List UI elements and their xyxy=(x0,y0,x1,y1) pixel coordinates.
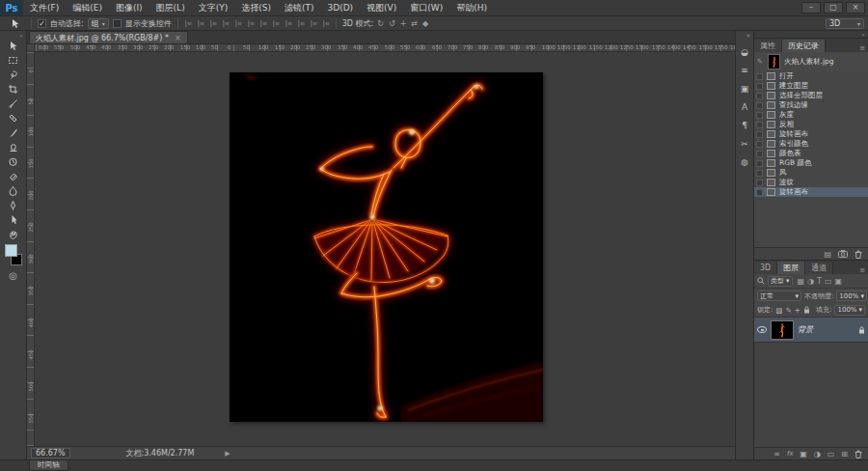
quick-mask-button[interactable]: ◎ xyxy=(3,268,24,283)
paragraph-panel-icon[interactable]: ¶ xyxy=(737,118,752,133)
healing-brush-tool[interactable] xyxy=(3,111,24,125)
tab-3d[interactable]: 3D xyxy=(754,262,777,274)
history-snapshot-row[interactable]: ✎ 火焰人素材.jpg xyxy=(754,52,868,71)
minimize-icon[interactable]: – xyxy=(801,2,821,14)
3d-roll-icon[interactable]: ↺ xyxy=(389,19,395,28)
history-brush-well[interactable] xyxy=(756,170,763,177)
clone-stamp-tool[interactable] xyxy=(3,140,24,154)
document-tab[interactable]: 火焰人素材.jpg @ 66.7%(RGB/8#) * × xyxy=(29,31,188,43)
menu-item[interactable]: 编辑(E) xyxy=(66,2,109,14)
history-brush-well[interactable] xyxy=(756,151,763,157)
lock-image-pixels-icon[interactable]: ✎ xyxy=(785,306,791,315)
workspace-switcher[interactable]: 3D ▾ xyxy=(826,18,864,29)
history-step[interactable]: 选择全部图层 xyxy=(754,91,868,100)
fill-input[interactable]: 100% ▾ xyxy=(834,305,865,316)
3d-rotate-icon[interactable]: ↻ xyxy=(377,19,384,28)
panel-menu-icon[interactable]: ≡ xyxy=(859,44,868,52)
measure-panel-icon[interactable]: ✂ xyxy=(737,136,752,152)
history-brush-well[interactable] xyxy=(756,102,763,109)
history-step[interactable]: 反相 xyxy=(754,120,868,129)
kuler-panel-icon[interactable]: ◍ xyxy=(737,154,752,170)
history-step[interactable]: 索引颜色 xyxy=(754,139,868,149)
filter-pixel-layers-icon[interactable]: ▦ xyxy=(798,277,805,286)
brush-tool[interactable] xyxy=(3,125,24,140)
new-group-icon[interactable]: ▭ xyxy=(827,450,835,458)
lock-all-icon[interactable] xyxy=(803,306,810,314)
blend-mode-dropdown[interactable]: 正常 ▾ xyxy=(757,291,801,301)
history-brush-well[interactable] xyxy=(756,73,763,80)
history-brush-tool[interactable] xyxy=(3,154,24,169)
foreground-color-swatch[interactable] xyxy=(5,244,17,257)
menu-item[interactable]: 窗口(W) xyxy=(403,2,449,14)
history-step[interactable]: 风 xyxy=(754,168,868,178)
menu-item[interactable]: 帮助(H) xyxy=(449,2,494,14)
menu-item[interactable]: 文字(Y) xyxy=(192,2,235,14)
delete-history-icon[interactable] xyxy=(854,250,862,259)
opacity-input[interactable]: 100% ▾ xyxy=(836,291,867,301)
move-tool[interactable] xyxy=(3,39,24,53)
tab-channels[interactable]: 通道 xyxy=(805,262,833,274)
history-step[interactable]: 建立图层 xyxy=(754,81,868,91)
history-step[interactable]: 打开 xyxy=(754,71,868,81)
hand-tool[interactable] xyxy=(3,227,24,241)
history-brush-well[interactable] xyxy=(756,160,763,167)
filter-type-dropdown[interactable]: 类型 ▾ xyxy=(768,276,793,287)
auto-select-checkbox[interactable]: ✓ xyxy=(38,19,46,28)
history-brush-well[interactable] xyxy=(756,141,763,148)
pen-tool[interactable] xyxy=(3,198,24,212)
lock-transparent-pixels-icon[interactable]: ▨ xyxy=(775,306,782,315)
delete-layer-icon[interactable] xyxy=(854,450,862,458)
eraser-tool[interactable] xyxy=(3,169,24,183)
expand-panels-icon[interactable]: « xyxy=(736,31,753,42)
layer-mask-icon[interactable]: ▣ xyxy=(800,450,807,458)
menu-item[interactable]: 视图(V) xyxy=(360,2,403,14)
history-step[interactable]: 颜色表 xyxy=(754,149,868,158)
character-panel-icon[interactable]: A xyxy=(737,99,752,115)
close-tab-icon[interactable]: × xyxy=(175,34,181,42)
collapse-tools-icon[interactable]: » xyxy=(0,32,26,39)
3d-slide-icon[interactable]: ⇄ xyxy=(411,19,418,28)
status-options-arrow-icon[interactable]: ▶ xyxy=(225,450,230,457)
filter-type-layers-icon[interactable]: T xyxy=(817,277,822,286)
close-icon[interactable]: × xyxy=(846,2,865,14)
menu-item[interactable]: 文件(F) xyxy=(23,2,66,14)
marquee-tool[interactable] xyxy=(3,53,24,68)
canvas-viewport[interactable] xyxy=(35,52,735,446)
panel-menu-icon[interactable]: ≡ xyxy=(859,266,868,274)
menu-item[interactable]: 3D(D) xyxy=(320,3,360,13)
history-brush-well[interactable] xyxy=(756,131,763,138)
tab-layers[interactable]: 图层 xyxy=(777,262,805,274)
history-step[interactable]: 查找边缘 xyxy=(754,100,868,110)
clone-source-panel-icon[interactable]: ▣ xyxy=(737,81,752,97)
link-layers-icon[interactable]: ∞ xyxy=(773,450,780,458)
history-brush-well[interactable] xyxy=(756,112,763,119)
history-brush-well[interactable] xyxy=(756,122,763,128)
history-step[interactable]: 旋转画布 xyxy=(754,187,868,197)
auto-select-dropdown[interactable]: 组 ▾ xyxy=(88,18,109,29)
history-step[interactable]: 灰度 xyxy=(754,110,868,120)
menu-item[interactable]: 选择(S) xyxy=(234,2,278,14)
filter-shape-layers-icon[interactable]: ▭ xyxy=(825,277,832,286)
lock-position-icon[interactable]: + xyxy=(795,306,800,315)
zoom-level-input[interactable]: 66.67% xyxy=(31,448,70,458)
new-snapshot-icon[interactable] xyxy=(838,250,848,258)
history-brush-source-icon[interactable]: ✎ xyxy=(756,58,764,66)
tab-history[interactable]: 历史记录 xyxy=(782,40,826,52)
history-brush-well[interactable] xyxy=(756,83,763,90)
layer-thumbnail[interactable] xyxy=(771,320,794,340)
tab-properties[interactable]: 属性 xyxy=(754,40,782,52)
crop-tool[interactable] xyxy=(3,82,24,97)
collapse-panels-icon[interactable]: » xyxy=(861,31,865,38)
layer-effects-icon[interactable]: fx xyxy=(787,450,794,457)
path-selection-tool[interactable] xyxy=(3,212,24,227)
show-transform-checkbox[interactable] xyxy=(113,19,122,28)
3d-drag-icon[interactable]: + xyxy=(400,19,407,28)
timeline-tab[interactable]: 时间轴 xyxy=(29,460,68,471)
eyedropper-tool[interactable] xyxy=(3,97,24,111)
history-brush-well[interactable] xyxy=(756,93,763,99)
restore-icon[interactable]: ▢ xyxy=(824,2,843,14)
menu-item[interactable]: 图层(L) xyxy=(149,2,192,14)
adjustment-layer-icon[interactable]: ◑ xyxy=(814,450,821,458)
filter-smart-objects-icon[interactable]: ▣ xyxy=(835,277,843,286)
history-step[interactable]: RGB 颜色 xyxy=(754,158,868,168)
